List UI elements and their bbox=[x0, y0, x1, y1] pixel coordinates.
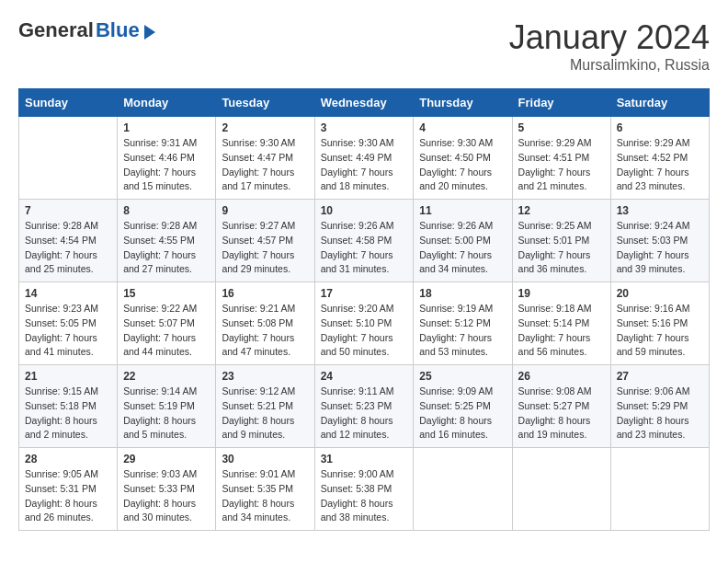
day-info: Sunrise: 9:05 AM Sunset: 5:31 PM Dayligh… bbox=[25, 468, 98, 523]
header-row: SundayMondayTuesdayWednesdayThursdayFrid… bbox=[19, 89, 710, 117]
day-cell: 5Sunrise: 9:29 AM Sunset: 4:51 PM Daylig… bbox=[512, 117, 610, 200]
location-text: Mursalimkino, Russia bbox=[509, 57, 710, 74]
day-number: 22 bbox=[123, 370, 210, 383]
day-cell: 15Sunrise: 9:22 AM Sunset: 5:07 PM Dayli… bbox=[118, 282, 216, 365]
day-info: Sunrise: 9:18 AM Sunset: 5:14 PM Dayligh… bbox=[518, 303, 592, 357]
day-number: 11 bbox=[419, 204, 506, 217]
day-cell: 13Sunrise: 9:24 AM Sunset: 5:03 PM Dayli… bbox=[610, 200, 709, 282]
day-info: Sunrise: 9:15 AM Sunset: 5:18 PM Dayligh… bbox=[25, 385, 98, 440]
day-number: 21 bbox=[25, 370, 111, 383]
day-cell: 20Sunrise: 9:16 AM Sunset: 5:16 PM Dayli… bbox=[610, 282, 709, 365]
day-cell: 25Sunrise: 9:09 AM Sunset: 5:25 PM Dayli… bbox=[414, 365, 512, 448]
week-row-2: 7Sunrise: 9:28 AM Sunset: 4:54 PM Daylig… bbox=[19, 200, 710, 282]
day-info: Sunrise: 9:24 AM Sunset: 5:03 PM Dayligh… bbox=[617, 220, 690, 274]
day-cell: 30Sunrise: 9:01 AM Sunset: 5:35 PM Dayli… bbox=[216, 448, 314, 531]
day-cell: 27Sunrise: 9:06 AM Sunset: 5:29 PM Dayli… bbox=[610, 365, 709, 448]
day-info: Sunrise: 9:11 AM Sunset: 5:23 PM Dayligh… bbox=[321, 385, 394, 440]
day-info: Sunrise: 9:22 AM Sunset: 5:07 PM Dayligh… bbox=[123, 303, 197, 357]
day-info: Sunrise: 9:31 AM Sunset: 4:46 PM Dayligh… bbox=[123, 137, 197, 191]
day-info: Sunrise: 9:03 AM Sunset: 5:33 PM Dayligh… bbox=[123, 468, 197, 523]
day-cell: 18Sunrise: 9:19 AM Sunset: 5:12 PM Dayli… bbox=[414, 282, 512, 365]
day-info: Sunrise: 9:30 AM Sunset: 4:50 PM Dayligh… bbox=[419, 137, 493, 191]
day-info: Sunrise: 9:29 AM Sunset: 4:52 PM Dayligh… bbox=[617, 137, 690, 191]
day-cell: 4Sunrise: 9:30 AM Sunset: 4:50 PM Daylig… bbox=[414, 117, 512, 200]
day-number: 8 bbox=[123, 204, 210, 217]
day-number: 29 bbox=[123, 453, 210, 465]
day-number: 10 bbox=[321, 204, 408, 217]
day-cell: 28Sunrise: 9:05 AM Sunset: 5:31 PM Dayli… bbox=[19, 448, 118, 531]
day-number: 13 bbox=[617, 204, 703, 217]
day-cell: 1Sunrise: 9:31 AM Sunset: 4:46 PM Daylig… bbox=[118, 117, 216, 200]
day-cell: 26Sunrise: 9:08 AM Sunset: 5:27 PM Dayli… bbox=[512, 365, 610, 448]
day-number: 7 bbox=[25, 204, 111, 217]
col-header-saturday: Saturday bbox=[610, 89, 709, 117]
day-cell: 23Sunrise: 9:12 AM Sunset: 5:21 PM Dayli… bbox=[216, 365, 314, 448]
logo-general-text: General bbox=[18, 18, 94, 42]
col-header-monday: Monday bbox=[118, 89, 216, 117]
day-number: 17 bbox=[321, 287, 408, 300]
day-number: 9 bbox=[222, 204, 308, 217]
col-header-wednesday: Wednesday bbox=[314, 89, 414, 117]
day-cell: 8Sunrise: 9:28 AM Sunset: 4:55 PM Daylig… bbox=[118, 200, 216, 282]
page-header: General Blue January 2024 Mursalimkino, … bbox=[18, 18, 710, 74]
col-header-tuesday: Tuesday bbox=[216, 89, 314, 117]
calendar-body: 1Sunrise: 9:31 AM Sunset: 4:46 PM Daylig… bbox=[19, 117, 710, 531]
day-number: 3 bbox=[321, 121, 408, 134]
week-row-3: 14Sunrise: 9:23 AM Sunset: 5:05 PM Dayli… bbox=[19, 282, 710, 365]
day-number: 4 bbox=[419, 121, 506, 134]
day-number: 23 bbox=[222, 370, 308, 383]
week-row-5: 28Sunrise: 9:05 AM Sunset: 5:31 PM Dayli… bbox=[19, 448, 710, 531]
day-number: 28 bbox=[25, 453, 111, 465]
day-number: 1 bbox=[123, 121, 210, 134]
day-number: 19 bbox=[518, 287, 605, 300]
day-number: 6 bbox=[617, 121, 703, 134]
day-cell bbox=[512, 448, 610, 531]
day-cell: 2Sunrise: 9:30 AM Sunset: 4:47 PM Daylig… bbox=[216, 117, 314, 200]
day-info: Sunrise: 9:00 AM Sunset: 5:38 PM Dayligh… bbox=[321, 468, 394, 523]
week-row-4: 21Sunrise: 9:15 AM Sunset: 5:18 PM Dayli… bbox=[19, 365, 710, 448]
day-cell bbox=[414, 448, 512, 531]
logo-arrow-icon bbox=[144, 25, 155, 40]
day-number: 14 bbox=[25, 287, 111, 300]
day-number: 27 bbox=[617, 370, 703, 383]
day-cell: 11Sunrise: 9:26 AM Sunset: 5:00 PM Dayli… bbox=[414, 200, 512, 282]
day-info: Sunrise: 9:25 AM Sunset: 5:01 PM Dayligh… bbox=[518, 220, 592, 274]
col-header-sunday: Sunday bbox=[19, 89, 118, 117]
day-cell: 31Sunrise: 9:00 AM Sunset: 5:38 PM Dayli… bbox=[314, 448, 414, 531]
day-cell: 12Sunrise: 9:25 AM Sunset: 5:01 PM Dayli… bbox=[512, 200, 610, 282]
day-cell: 16Sunrise: 9:21 AM Sunset: 5:08 PM Dayli… bbox=[216, 282, 314, 365]
day-number: 2 bbox=[222, 121, 308, 134]
day-cell: 7Sunrise: 9:28 AM Sunset: 4:54 PM Daylig… bbox=[19, 200, 118, 282]
day-info: Sunrise: 9:30 AM Sunset: 4:49 PM Dayligh… bbox=[321, 137, 394, 191]
day-number: 5 bbox=[518, 121, 605, 134]
day-number: 26 bbox=[518, 370, 605, 383]
day-info: Sunrise: 9:01 AM Sunset: 5:35 PM Dayligh… bbox=[222, 468, 295, 523]
day-info: Sunrise: 9:12 AM Sunset: 5:21 PM Dayligh… bbox=[222, 385, 295, 440]
day-info: Sunrise: 9:28 AM Sunset: 4:54 PM Dayligh… bbox=[25, 220, 98, 274]
day-number: 25 bbox=[419, 370, 506, 383]
day-number: 15 bbox=[123, 287, 210, 300]
calendar-header: SundayMondayTuesdayWednesdayThursdayFrid… bbox=[19, 89, 710, 117]
day-cell: 21Sunrise: 9:15 AM Sunset: 5:18 PM Dayli… bbox=[19, 365, 118, 448]
day-info: Sunrise: 9:14 AM Sunset: 5:19 PM Dayligh… bbox=[123, 385, 197, 440]
day-info: Sunrise: 9:08 AM Sunset: 5:27 PM Dayligh… bbox=[518, 385, 592, 440]
day-cell: 6Sunrise: 9:29 AM Sunset: 4:52 PM Daylig… bbox=[610, 117, 709, 200]
day-info: Sunrise: 9:23 AM Sunset: 5:05 PM Dayligh… bbox=[25, 303, 98, 357]
day-info: Sunrise: 9:26 AM Sunset: 4:58 PM Dayligh… bbox=[321, 220, 394, 274]
day-cell: 22Sunrise: 9:14 AM Sunset: 5:19 PM Dayli… bbox=[118, 365, 216, 448]
logo-blue-text: Blue bbox=[96, 18, 140, 42]
day-info: Sunrise: 9:27 AM Sunset: 4:57 PM Dayligh… bbox=[222, 220, 295, 274]
day-cell bbox=[610, 448, 709, 531]
day-info: Sunrise: 9:06 AM Sunset: 5:29 PM Dayligh… bbox=[617, 385, 690, 440]
day-cell: 3Sunrise: 9:30 AM Sunset: 4:49 PM Daylig… bbox=[314, 117, 414, 200]
day-info: Sunrise: 9:09 AM Sunset: 5:25 PM Dayligh… bbox=[419, 385, 493, 440]
day-info: Sunrise: 9:20 AM Sunset: 5:10 PM Dayligh… bbox=[321, 303, 394, 357]
day-cell: 9Sunrise: 9:27 AM Sunset: 4:57 PM Daylig… bbox=[216, 200, 314, 282]
day-cell: 24Sunrise: 9:11 AM Sunset: 5:23 PM Dayli… bbox=[314, 365, 414, 448]
day-number: 31 bbox=[321, 453, 408, 465]
day-cell: 14Sunrise: 9:23 AM Sunset: 5:05 PM Dayli… bbox=[19, 282, 118, 365]
month-title: January 2024 bbox=[509, 18, 710, 57]
week-row-1: 1Sunrise: 9:31 AM Sunset: 4:46 PM Daylig… bbox=[19, 117, 710, 200]
day-number: 20 bbox=[617, 287, 703, 300]
day-cell: 10Sunrise: 9:26 AM Sunset: 4:58 PM Dayli… bbox=[314, 200, 414, 282]
